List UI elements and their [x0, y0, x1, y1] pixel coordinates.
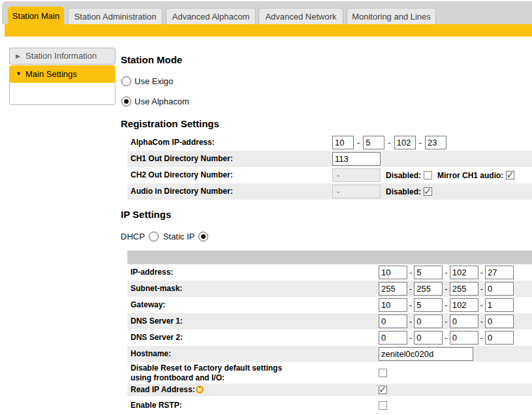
disabled-checkbox[interactable]	[424, 187, 432, 196]
table-row-read-ip-address: Read IP Address:	[127, 384, 532, 396]
table-row-disable-reset-to-factory-def: Disable Reset to Factory default setting…	[127, 362, 532, 384]
sidebar-panel-content	[9, 84, 116, 105]
chevron-right-icon: ▶	[16, 48, 20, 64]
station-mode-option-use-alphacom: Use Alphacom	[121, 96, 189, 106]
dash-separator: -	[357, 138, 360, 147]
table-row-alphacom-ip-address: AlphaCom IP-address:---	[127, 134, 532, 151]
dash-separator: -	[388, 138, 390, 147]
dash-separator: -	[445, 333, 447, 343]
station-mode-title: Station Mode	[121, 55, 182, 65]
disabled-checkbox[interactable]	[424, 171, 432, 179]
chevron-down-icon: ▼	[16, 66, 22, 82]
row-label: Read IP Address:	[131, 385, 372, 395]
dash-separator: -	[409, 284, 412, 294]
registration-title: Registration Settings	[121, 119, 219, 129]
ip-octet-input[interactable]	[394, 136, 416, 149]
table-row-dns-server-1: DNS Server 1:---	[127, 313, 532, 330]
table-header-band	[127, 251, 532, 264]
radio-use-exigo[interactable]	[121, 76, 131, 86]
enable-rstp-checkbox[interactable]	[379, 401, 387, 410]
radio-dhcp[interactable]	[149, 232, 159, 241]
dash-separator: -	[445, 284, 447, 294]
ip-octet-input[interactable]	[450, 282, 478, 296]
row-label: Enable RSTP:	[131, 401, 372, 410]
row-label: DNS Server 2:	[131, 333, 372, 343]
sidebar-item-main-settings[interactable]: ▼Main Settings	[9, 65, 116, 83]
dash-separator: -	[445, 268, 447, 277]
ip-octet-input[interactable]	[414, 331, 443, 345]
checkbox-label: Mirror CH1 audio:	[437, 171, 503, 180]
disable-reset-to-factory-default-settings-using-frontboard-and-i-o-checkbox[interactable]	[379, 369, 387, 377]
ip-octet-input[interactable]	[425, 136, 446, 149]
row-label: Subnet-mask:	[131, 284, 372, 294]
ip-octet-input[interactable]	[379, 315, 407, 328]
row-label: Gateway:	[131, 300, 372, 310]
ip-octet-input[interactable]	[450, 331, 478, 345]
radio-label: Static IP	[163, 232, 195, 241]
dash-separator: -	[445, 300, 447, 310]
read-ip-address-checkbox[interactable]	[379, 386, 387, 394]
dash-separator: -	[480, 316, 483, 326]
ip-octet-input[interactable]	[485, 315, 514, 328]
sidebar-item-station-information[interactable]: ▶Station Information	[9, 48, 116, 65]
row-label: DNS Server 1:	[131, 316, 372, 326]
ip-octet-input[interactable]	[379, 266, 407, 279]
table-row-ch1-out-directory-number: CH1 Out Directory Number:	[127, 151, 532, 167]
checkbox-label: Disabled:	[386, 187, 421, 196]
station-mode-option-use-exigo: Use Exigo	[121, 76, 173, 86]
radio-label: Use Alphacom	[134, 97, 189, 106]
ip-octet-input[interactable]	[485, 331, 514, 345]
ip-octet-input[interactable]	[485, 266, 514, 279]
sidebar-item-label: Station Information	[25, 48, 97, 64]
ip-mode-selector: DHCPStatic IP	[121, 231, 213, 241]
ip-octet-input[interactable]	[485, 282, 514, 296]
ip-octet-input[interactable]	[379, 298, 407, 312]
table-row-ip-address: IP-address:---	[127, 264, 532, 281]
table-row-gateway: Gateway:---	[127, 297, 532, 313]
dash-separator: -	[480, 268, 483, 277]
table-row-dns-server-2: DNS Server 2:---	[127, 330, 532, 346]
ip-octet-input[interactable]	[485, 298, 514, 312]
table-row-enable-rstp: Enable RSTP:	[127, 396, 532, 414]
dash-separator: -	[480, 300, 483, 310]
ip-settings-title: IP Settings	[121, 209, 171, 220]
ip-octet-input[interactable]	[450, 298, 478, 312]
checkbox-label: Disabled:	[386, 171, 421, 180]
dash-separator: -	[445, 316, 447, 326]
ip-octet-input[interactable]	[414, 282, 443, 296]
sidebar-item-label: Main Settings	[25, 66, 77, 82]
row-label: Hostname:	[131, 349, 372, 359]
ip-octet-input[interactable]	[414, 315, 443, 328]
row-label: IP-address:	[131, 268, 372, 277]
dash-separator: -	[409, 316, 412, 326]
ip-octet-input[interactable]	[450, 315, 478, 328]
ip-octet-input[interactable]	[379, 282, 407, 296]
main-content: Station Mode Use ExigoUse Alphacom Regis…	[121, 0, 532, 415]
dash-separator: -	[419, 138, 422, 147]
dash-separator: -	[409, 268, 412, 277]
table-row-subnet-mask: Subnet-mask:---	[127, 281, 532, 297]
ch1-out-directory-number-input[interactable]	[332, 152, 381, 166]
tab-station-main[interactable]: Station Main	[8, 7, 64, 25]
radio-use-alphacom[interactable]	[121, 97, 131, 106]
table-row-ch2-out-directory-number: CH2 Out Directory Number:Disabled:Mirror…	[127, 167, 532, 183]
ip-octet-input[interactable]	[414, 298, 443, 312]
registration-table: AlphaCom IP-address:---CH1 Out Directory…	[127, 134, 532, 200]
hostname-input[interactable]	[379, 347, 473, 361]
table-row-audio-in-directory-number: Audio in Directory Number:Disabled:	[127, 183, 532, 200]
radio-label: Use Exigo	[134, 76, 173, 86]
ip-octet-input[interactable]	[379, 331, 407, 345]
info-icon[interactable]	[196, 386, 204, 393]
mirror-ch1-audio-checkbox[interactable]	[506, 171, 514, 179]
ip-table: IP-address:---Subnet-mask:---Gateway:---…	[127, 264, 532, 414]
ip-octet-input[interactable]	[332, 136, 354, 149]
row-label: Disable Reset to Factory default setting…	[131, 363, 297, 383]
radio-label: DHCP	[121, 232, 145, 241]
sidebar-accordion: ▶Station Information▼Main Settings	[9, 48, 116, 105]
dash-separator: -	[409, 300, 412, 310]
ip-octet-input[interactable]	[450, 266, 478, 279]
dash-separator: -	[409, 333, 412, 343]
ip-octet-input[interactable]	[363, 136, 384, 149]
ip-octet-input[interactable]	[414, 266, 443, 279]
radio-static-ip[interactable]	[198, 232, 208, 241]
